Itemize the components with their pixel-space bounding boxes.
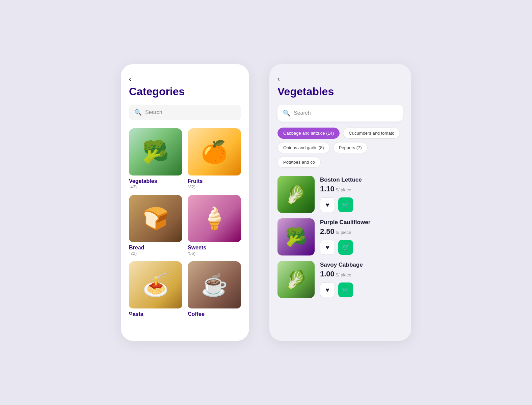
filter-chip-cabbage[interactable]: Cabbage and letttuce (14) — [277, 128, 340, 139]
category-card-fruits[interactable]: Fruits (32) — [188, 128, 241, 189]
category-name-vegetables: Vegetables — [129, 178, 182, 184]
favorite-button-cabbage[interactable]: ♥ — [320, 282, 335, 297]
category-card-vegetables[interactable]: Vegetables (43) — [129, 128, 182, 189]
product-card-cabbage: Savoy Cabbage 1.00 $/ piece ♥ 🛒 — [277, 261, 403, 298]
back-button-left[interactable]: ‹ — [129, 75, 131, 83]
category-count-fruits: (32) — [188, 184, 241, 189]
filter-chip-cucumbers[interactable]: Cucumbers and tomato — [343, 128, 400, 139]
product-unit-cauliflower: $/ piece — [336, 230, 351, 235]
page-title-right: Vegetables — [277, 85, 403, 98]
product-info-cabbage: Savoy Cabbage 1.00 $/ piece ♥ 🛒 — [320, 262, 403, 297]
left-phone: ‹ Categories 🔍 Search Vegetables (43) Fr… — [121, 64, 249, 341]
product-list: Boston Lettuce 1.10 $/ piece ♥ 🛒 Purple … — [277, 176, 403, 298]
filter-chip-peppers[interactable]: Peppers (7) — [333, 142, 368, 153]
product-price-row-cauliflower: 2.50 $/ piece — [320, 227, 403, 236]
category-img-bread — [129, 195, 182, 242]
category-img-pasta — [129, 261, 182, 308]
product-price-cabbage: 1.00 — [320, 270, 335, 278]
category-count-vegetables: (43) — [129, 184, 182, 189]
product-name-cauliflower: Purple Cauliflower — [320, 219, 403, 226]
right-phone: ‹ Vegetables 🔍 Search Cabbage and letttu… — [269, 64, 411, 341]
product-price-row-lettuce: 1.10 $/ piece — [320, 185, 403, 193]
page-title-left: Categories — [129, 85, 241, 98]
product-name-lettuce: Boston Lettuce — [320, 177, 403, 183]
search-icon-left: 🔍 — [134, 109, 142, 116]
category-card-pasta[interactable]: Pasta — [129, 261, 182, 317]
categories-grid: Vegetables (43) Fruits (32) Bread (22) S… — [129, 128, 241, 317]
category-img-sweets — [188, 195, 241, 242]
search-placeholder-left: Search — [145, 109, 162, 115]
product-price-row-cabbage: 1.00 $/ piece — [320, 270, 403, 278]
product-info-cauliflower: Purple Cauliflower 2.50 $/ piece ♥ 🛒 — [320, 219, 403, 255]
product-card-lettuce: Boston Lettuce 1.10 $/ piece ♥ 🛒 — [277, 176, 403, 213]
product-actions-cabbage: ♥ 🛒 — [320, 282, 403, 297]
product-img-cauliflower — [277, 218, 315, 255]
search-icon-right: 🔍 — [283, 109, 290, 117]
product-price-lettuce: 1.10 — [320, 185, 335, 193]
category-name-fruits: Fruits — [188, 178, 241, 184]
search-bar-left[interactable]: 🔍 Search — [129, 105, 241, 120]
product-info-lettuce: Boston Lettuce 1.10 $/ piece ♥ 🛒 — [320, 177, 403, 212]
product-card-cauliflower: Purple Cauliflower 2.50 $/ piece ♥ 🛒 — [277, 218, 403, 255]
favorite-button-lettuce[interactable]: ♥ — [320, 197, 335, 212]
category-img-coffee — [188, 261, 241, 308]
filter-chip-onions[interactable]: Onions and garlic (8) — [277, 142, 330, 153]
search-bar-right[interactable]: 🔍 Search — [277, 105, 403, 122]
filter-chip-potatoes[interactable]: Potatoes and co — [277, 157, 321, 168]
add-to-cart-button-cauliflower[interactable]: 🛒 — [338, 240, 353, 255]
category-card-coffee[interactable]: Coffee — [188, 261, 241, 317]
category-card-bread[interactable]: Bread (22) — [129, 195, 182, 256]
category-img-vegetables — [129, 128, 182, 176]
product-img-cabbage — [277, 261, 315, 298]
product-name-cabbage: Savoy Cabbage — [320, 262, 403, 268]
category-name-pasta: Pasta — [129, 311, 182, 317]
search-placeholder-right: Search — [294, 110, 311, 116]
favorite-button-cauliflower[interactable]: ♥ — [320, 240, 335, 255]
add-to-cart-button-lettuce[interactable]: 🛒 — [338, 197, 353, 212]
filter-chips: Cabbage and letttuce (14)Cucumbers and t… — [277, 128, 403, 168]
product-unit-cabbage: $/ piece — [336, 272, 351, 277]
category-name-bread: Bread — [129, 245, 182, 251]
product-price-cauliflower: 2.50 — [320, 227, 335, 236]
category-count-sweets: (56) — [188, 251, 241, 256]
category-name-sweets: Sweets — [188, 245, 241, 251]
add-to-cart-button-cabbage[interactable]: 🛒 — [338, 282, 353, 297]
product-actions-cauliflower: ♥ 🛒 — [320, 240, 403, 255]
product-unit-lettuce: $/ piece — [336, 187, 351, 192]
product-actions-lettuce: ♥ 🛒 — [320, 197, 403, 212]
back-button-right[interactable]: ‹ — [277, 75, 280, 83]
category-img-fruits — [188, 128, 241, 176]
category-count-bread: (22) — [129, 251, 182, 256]
category-card-sweets[interactable]: Sweets (56) — [188, 195, 241, 256]
category-name-coffee: Coffee — [188, 311, 241, 317]
product-img-lettuce — [277, 176, 315, 213]
